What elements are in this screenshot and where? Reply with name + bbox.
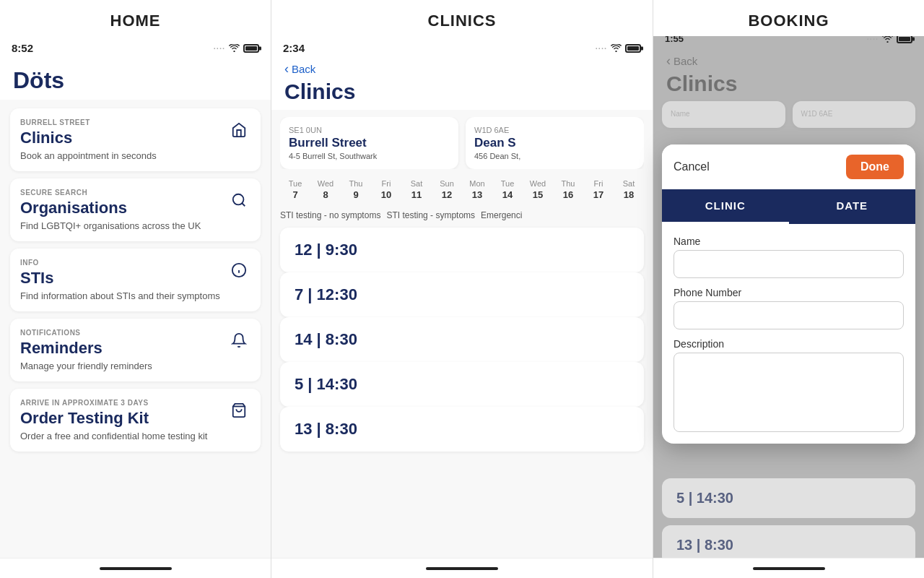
home-card-text-1: SECURE SEARCH Organisations Find LGBTQI+… [20,189,222,231]
day-col-1[interactable]: Wed 8 [310,179,341,200]
svg-line-1 [242,203,245,206]
day-col-7[interactable]: Tue 14 [492,179,523,200]
home-card-0[interactable]: Burrell Street Clinics Book an appointme… [10,108,261,171]
modal-tab-clinic[interactable]: CLINIC [662,189,789,224]
clinics-back-label: Back [292,63,315,75]
dean-postcode: W1D 6AE [474,126,635,134]
home-card-icon-1 [227,189,250,212]
day-col-9[interactable]: Thu 16 [553,179,583,200]
day-name-1: Wed [318,179,334,188]
day-num-6: 13 [472,189,482,200]
form-name-group: Name [674,236,904,278]
appointment-slot-0[interactable]: 12 | 9:30 [280,228,644,272]
booking-modal: Cancel Done CLINIC DATE Name Phone Numbe… [662,144,915,444]
appointment-slot-3[interactable]: 5 | 14:30 [280,362,644,407]
home-time: 8:52 [12,42,33,54]
day-col-2[interactable]: Thu 9 [341,179,371,200]
home-wifi-icon [229,44,240,52]
home-signal-dots: ···· [214,44,225,53]
service-tag-0: STI testing - no symptoms [280,210,380,220]
modal-cancel-button[interactable]: Cancel [674,160,710,173]
appointment-slot-4[interactable]: 13 | 8:30 [280,407,644,452]
home-card-4[interactable]: Arrive in approximate 3 days Order Testi… [10,389,261,452]
day-col-5[interactable]: Sun 12 [432,179,462,200]
home-card-1[interactable]: SECURE SEARCH Organisations Find LGBTQI+… [10,178,261,241]
day-col-0[interactable]: Tue 7 [280,179,310,200]
home-card-desc-1: Find LGBTQI+ organisations across the UK [20,220,222,231]
day-col-4[interactable]: Sat 11 [401,179,432,200]
appointment-slot-2[interactable]: 14 | 8:30 [280,317,644,362]
home-section-title: HOME [0,0,271,36]
day-name-5: Sun [440,179,454,188]
home-card-desc-2: Find information about STIs and their sy… [20,290,222,301]
modal-done-button[interactable]: Done [846,155,904,179]
modal-top-bar: Cancel Done [662,144,915,189]
clinic-cards-row: SE1 0UN Burrell Street 4-5 Burrell St, S… [280,117,644,169]
clinics-battery-icon [625,44,641,53]
clinic-card-burrell[interactable]: SE1 0UN Burrell Street 4-5 Burrell St, S… [280,117,458,169]
home-card-text-4: Arrive in approximate 3 days Order Testi… [20,399,222,441]
clinics-page-title: Clinics [284,79,640,104]
day-num-1: 8 [323,189,328,200]
booking-bg-page-title: Clinics [666,72,911,96]
home-nav-indicator [100,567,172,570]
form-phone-group: Phone Number [674,287,904,329]
home-card-category-3: NOTIFICATIONS [20,329,222,337]
day-name-11: Sat [623,179,635,188]
home-card-title-2: STIs [20,269,222,288]
day-col-11[interactable]: Sat 18 [614,179,644,200]
home-card-category-1: SECURE SEARCH [20,189,222,197]
clinics-nav-indicator [426,567,498,570]
home-card-icon-4 [227,399,250,422]
days-scroll[interactable]: Tue 7 Wed 8 Thu 9 Fri 10 Sat 11 Sun 12 M… [280,176,644,203]
day-num-4: 11 [411,189,422,200]
name-label: Name [674,236,904,247]
clinics-nav-bar [271,558,653,578]
home-card-title-3: Reminders [20,339,222,358]
booking-section-title: BOOKING [653,0,924,36]
phone-input[interactable] [674,301,904,329]
clinics-status-bar: 2:34 ···· [271,36,653,57]
home-card-desc-0: Book an appointment in seconds [20,150,222,161]
day-col-6[interactable]: Mon 13 [462,179,492,200]
day-name-3: Fri [382,179,391,188]
home-card-text-3: NOTIFICATIONS Reminders Manage your frie… [20,329,222,371]
day-name-8: Wed [530,179,546,188]
booking-bg-back-label: Back [674,55,697,67]
day-num-5: 12 [442,189,452,200]
appointment-slot-1[interactable]: 7 | 12:30 [280,272,644,317]
modal-tab-date[interactable]: DATE [789,189,916,224]
home-card-icon-2 [227,259,250,282]
desc-input[interactable] [674,353,904,432]
clinic-card-dean[interactable]: W1D 6AE Dean S 456 Dean St, [466,117,644,169]
svg-point-0 [233,194,244,205]
home-card-3[interactable]: NOTIFICATIONS Reminders Manage your frie… [10,319,261,381]
day-col-10[interactable]: Fri 17 [583,179,614,200]
clinics-screen: CLINICS 2:34 ···· ‹ Back Clinics SE1 0UN [271,0,653,578]
day-name-4: Sat [411,179,423,188]
clinics-wifi-icon [611,44,622,52]
burrell-postcode: SE1 0UN [289,126,450,134]
modal-form: Name Phone Number Description [662,224,915,444]
day-name-2: Thu [349,179,363,188]
home-card-icon-3 [227,329,250,352]
clinics-section-title: CLINICS [271,0,653,36]
day-col-8[interactable]: Wed 15 [523,179,553,200]
booking-bg-back-arrow: ‹ [666,53,671,69]
phone-label: Phone Number [674,287,904,298]
home-content: Burrell Street Clinics Book an appointme… [0,100,271,558]
home-card-category-2: INFO [20,259,222,267]
home-card-2[interactable]: INFO STIs Find information about STIs an… [10,249,261,311]
name-input[interactable] [674,250,904,278]
app-title: Döts [13,67,258,94]
day-col-3[interactable]: Fri 10 [371,179,401,200]
day-name-10: Fri [594,179,603,188]
service-tags: STI testing - no symptomsSTI testing - s… [280,210,644,220]
day-name-9: Thu [562,179,575,188]
home-card-title-4: Order Testing Kit [20,409,222,428]
service-tag-2: Emergenci [481,210,522,220]
home-status-bar: 8:52 ···· [0,36,271,57]
day-num-11: 18 [624,189,634,200]
desc-label: Description [674,338,904,350]
clinics-back-button[interactable]: ‹ Back [284,61,640,77]
